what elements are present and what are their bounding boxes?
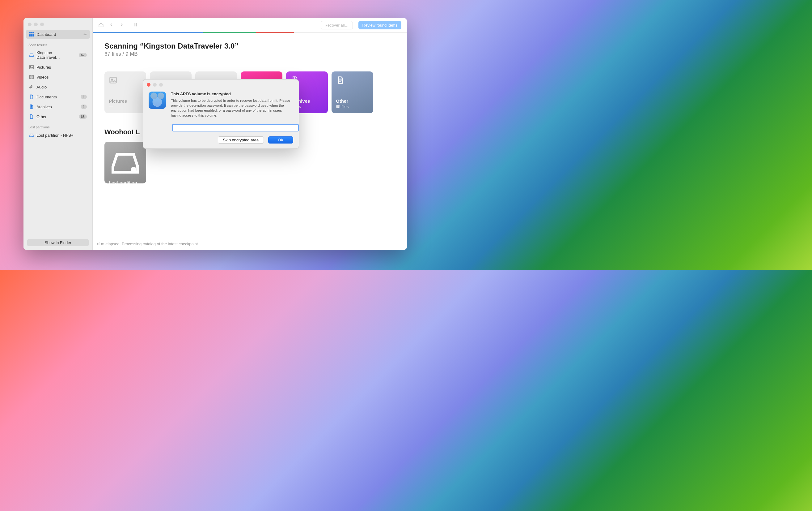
card-meta: — (109, 191, 142, 197)
sidebar-badge: 1 (81, 105, 87, 109)
sidebar-badge: 1 (81, 95, 87, 99)
dialog-traffic-lights (143, 80, 299, 87)
dialog-zoom[interactable] (159, 83, 163, 87)
password-input[interactable] (172, 124, 299, 131)
show-in-finder-button[interactable]: Show in Finder (27, 239, 89, 246)
card-title: Other (336, 98, 369, 104)
card-title: Lost partition (109, 180, 142, 186)
sidebar-item-lost-partition[interactable]: Lost partition - HFS+ (26, 131, 90, 139)
sidebar-item-label: Lost partition - HFS+ (36, 133, 74, 138)
document-icon (29, 95, 34, 99)
svg-rect-6 (29, 35, 31, 36)
page-subtitle: 67 files / 9 MB (105, 51, 395, 57)
dialog-minimize[interactable] (153, 83, 157, 87)
svg-rect-0 (29, 32, 31, 33)
archive-icon (29, 104, 34, 109)
sidebar-item-documents[interactable]: Documents 1 (26, 92, 90, 101)
back-icon[interactable] (109, 23, 114, 28)
spinner-icon: ✳ (83, 32, 87, 37)
sidebar-item-label: Archives (36, 105, 52, 109)
file-icon (29, 114, 34, 119)
dialog-close[interactable] (147, 83, 150, 87)
pause-icon[interactable] (134, 23, 138, 28)
svg-point-18 (132, 168, 135, 171)
sidebar-dashboard[interactable]: Dashboard ✳ (26, 30, 90, 39)
svg-rect-3 (29, 34, 31, 35)
sidebar-badge: 65 (79, 114, 87, 119)
sidebar: Dashboard ✳ Scan results Kingston DataTr… (24, 18, 93, 250)
audio-icon (29, 84, 34, 89)
sidebar-section-results: Scan results (24, 39, 92, 48)
sidebar-item-pictures[interactable]: Pictures (26, 63, 90, 72)
sidebar-badge: 67 (79, 53, 87, 57)
sidebar-item-audio[interactable]: Audio (26, 83, 90, 91)
review-found-items-button[interactable]: Review found items (358, 21, 401, 29)
svg-point-13 (33, 136, 33, 136)
dialog-description: This volume has to be decrypted in order… (171, 98, 293, 118)
page-title: Scanning “Kingston DataTraveler 3.0” (105, 42, 395, 50)
skip-encrypted-button[interactable]: Skip encrypted area (218, 136, 264, 143)
home-icon[interactable] (98, 22, 104, 29)
lost-partition-card[interactable]: Lost partition HFS+ — (105, 142, 146, 183)
sidebar-item-label: Other (36, 114, 47, 119)
drive-icon (29, 53, 34, 57)
file-icon (336, 76, 369, 86)
traffic-minimize[interactable] (34, 23, 38, 26)
card-other[interactable]: Other 65 files (331, 72, 373, 113)
dialog-title: This APFS volume is encrypted (171, 91, 293, 96)
svg-rect-14 (135, 23, 136, 26)
card-sub: — (109, 104, 142, 109)
window-traffic-lights (24, 18, 92, 29)
sidebar-item-label: Audio (36, 85, 47, 89)
sidebar-item-archives[interactable]: Archives 1 (26, 102, 90, 111)
toolbar: Recover all… Review found items (93, 18, 407, 32)
sidebar-item-other[interactable]: Other 65 (26, 112, 90, 121)
sidebar-item-label: Kingston DataTravel… (36, 50, 76, 60)
grid-icon (29, 32, 34, 37)
forward-icon[interactable] (119, 23, 124, 28)
sidebar-item-label: Videos (36, 75, 49, 80)
traffic-close[interactable] (28, 23, 31, 26)
svg-rect-15 (136, 23, 137, 26)
svg-rect-7 (31, 35, 32, 36)
svg-rect-10 (30, 65, 34, 69)
card-sub: 65 files (336, 104, 369, 109)
svg-rect-8 (32, 35, 34, 36)
sidebar-section-lost: Lost partitions (24, 122, 92, 130)
svg-point-9 (33, 56, 33, 56)
sidebar-item-label: Pictures (36, 65, 51, 70)
sidebar-item-label: Documents (36, 95, 57, 99)
sidebar-item-videos[interactable]: Videos (26, 73, 90, 81)
sidebar-dashboard-label: Dashboard (36, 32, 56, 37)
svg-rect-1 (31, 32, 32, 33)
svg-point-17 (112, 79, 113, 80)
card-sub: HFS+ (109, 186, 142, 191)
app-icon (149, 91, 166, 109)
ok-button[interactable]: OK (268, 136, 293, 143)
svg-rect-2 (32, 32, 34, 33)
sidebar-item-drive[interactable]: Kingston DataTravel… 67 (26, 49, 90, 61)
traffic-zoom[interactable] (40, 23, 44, 26)
drive-icon (109, 146, 142, 180)
svg-point-11 (31, 66, 31, 67)
card-pictures[interactable]: Pictures — (105, 72, 146, 113)
svg-rect-4 (31, 34, 32, 35)
recover-all-button[interactable]: Recover all… (321, 21, 353, 29)
image-icon (29, 65, 34, 70)
image-icon (109, 76, 142, 86)
video-icon (29, 75, 34, 80)
drive-icon (29, 133, 34, 138)
svg-rect-5 (32, 34, 34, 35)
status-text: <1m elapsed. Processing catalog of the l… (96, 242, 198, 246)
encryption-dialog: This APFS volume is encrypted This volum… (143, 79, 299, 149)
card-title: Pictures (109, 98, 142, 104)
